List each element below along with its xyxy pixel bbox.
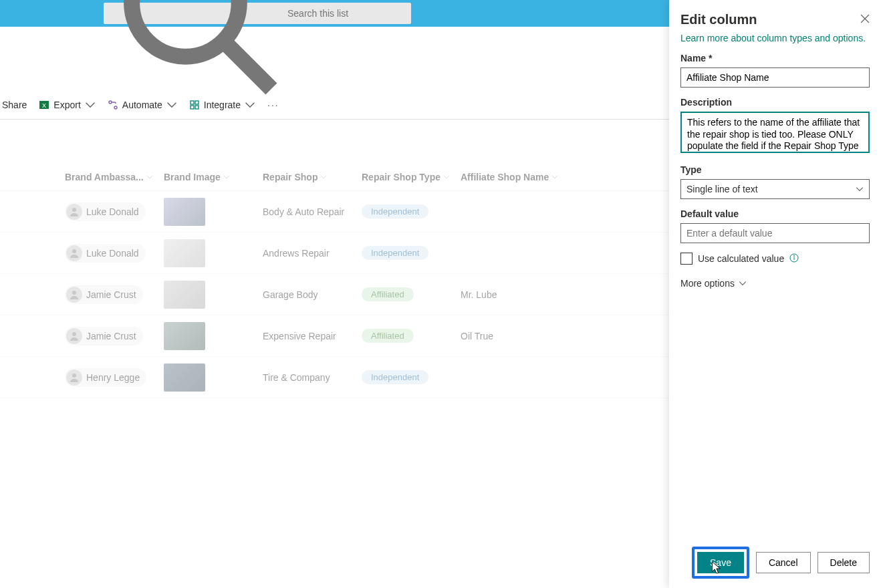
excel-icon: X: [39, 100, 49, 110]
person-pill[interactable]: Luke Donald: [65, 202, 146, 221]
more-button[interactable]: ···: [267, 100, 279, 110]
flow-icon: [108, 100, 118, 110]
person-pill[interactable]: Jamie Crust: [65, 285, 143, 304]
repair-shop-cell: Tire & Company: [263, 372, 362, 383]
brand-image-thumb[interactable]: [164, 363, 205, 392]
search-box[interactable]: [104, 3, 411, 24]
type-select[interactable]: Single line of text: [680, 179, 870, 199]
name-label: Name *: [680, 53, 870, 63]
close-button[interactable]: [860, 14, 870, 25]
chevron-down-icon: [223, 174, 230, 180]
default-value-label: Default value: [680, 208, 870, 219]
shop-type-pill: Affiliated: [362, 287, 414, 301]
avatar: [66, 287, 82, 303]
svg-point-11: [72, 249, 76, 253]
shop-type-pill: Independent: [362, 370, 428, 384]
shop-type-pill: Independent: [362, 204, 428, 218]
affiliate-name-cell: Oil True: [461, 331, 621, 341]
description-label: Description: [680, 97, 870, 108]
col-repair-shop-type[interactable]: Repair Shop Type: [362, 172, 461, 182]
repair-shop-cell: Body & Auto Repair: [263, 206, 362, 217]
use-calculated-checkbox[interactable]: [680, 253, 693, 265]
edit-column-panel: Edit column Learn more about column type…: [669, 0, 881, 588]
save-button[interactable]: Save: [697, 552, 744, 573]
person-name: Jamie Crust: [86, 331, 136, 341]
svg-rect-9: [195, 106, 199, 109]
col-brand-ambassador[interactable]: Brand Ambassa...: [65, 172, 164, 182]
chevron-down-icon: [146, 174, 153, 180]
avatar: [66, 204, 82, 220]
integrate-button[interactable]: Integrate: [189, 100, 255, 110]
shop-type-pill: Independent: [362, 246, 428, 260]
learn-link[interactable]: Learn more about column types and option…: [680, 33, 870, 43]
type-label: Type: [680, 164, 870, 175]
share-button[interactable]: Share: [2, 100, 27, 110]
svg-point-4: [109, 101, 112, 104]
affiliate-name-cell: Mr. Lube: [461, 289, 621, 300]
person-name: Luke Donald: [86, 206, 139, 217]
svg-point-13: [72, 332, 76, 336]
use-calculated-label: Use calculated value: [698, 253, 784, 264]
shop-type-pill: Affiliated: [362, 329, 414, 343]
person-name: Luke Donald: [86, 248, 139, 259]
svg-rect-6: [191, 101, 194, 104]
chevron-down-icon: [443, 174, 450, 180]
svg-text:X: X: [42, 102, 46, 109]
svg-point-5: [114, 106, 117, 109]
chevron-down-icon: [245, 100, 255, 110]
person-pill[interactable]: Jamie Crust: [65, 327, 143, 345]
name-input[interactable]: [680, 67, 870, 88]
chevron-down-icon: [856, 185, 864, 193]
brand-image-thumb[interactable]: [164, 281, 205, 309]
export-button[interactable]: X Export: [39, 100, 95, 110]
avatar: [66, 370, 82, 386]
person-name: Jamie Crust: [86, 289, 136, 300]
search-icon: [110, 0, 282, 100]
svg-point-19: [794, 255, 795, 256]
more-options-toggle[interactable]: More options: [680, 278, 870, 289]
repair-shop-cell: Garage Body: [263, 289, 362, 300]
automate-button[interactable]: Automate: [108, 100, 177, 110]
svg-line-1: [229, 45, 271, 88]
info-icon[interactable]: [789, 253, 799, 265]
svg-point-10: [72, 208, 76, 212]
brand-image-thumb[interactable]: [164, 239, 205, 267]
brand-image-thumb[interactable]: [164, 198, 205, 226]
chevron-down-icon: [739, 279, 747, 287]
svg-rect-7: [195, 101, 199, 104]
repair-shop-cell: Expensive Repair: [263, 331, 362, 341]
svg-point-0: [132, 0, 239, 56]
col-affiliate-shop-name[interactable]: Affiliate Shop Name: [461, 172, 621, 182]
avatar: [66, 245, 82, 261]
chevron-down-icon: [166, 100, 177, 110]
avatar: [66, 328, 82, 344]
panel-title: Edit column: [680, 12, 757, 27]
chevron-down-icon: [320, 174, 327, 180]
panel-footer: Save Cancel Delete: [680, 547, 870, 579]
svg-rect-8: [191, 106, 194, 109]
brand-image-thumb[interactable]: [164, 322, 205, 350]
col-brand-image[interactable]: Brand Image: [164, 172, 263, 182]
delete-button[interactable]: Delete: [817, 552, 870, 573]
chevron-down-icon: [85, 100, 96, 110]
search-input[interactable]: [287, 8, 404, 19]
save-highlight: Save: [692, 547, 749, 579]
close-icon: [860, 14, 870, 23]
description-textarea[interactable]: This refers to the name of the affiliate…: [680, 112, 870, 153]
col-repair-shop[interactable]: Repair Shop: [263, 172, 362, 182]
default-value-input[interactable]: [680, 223, 870, 243]
grid-icon: [189, 100, 200, 110]
svg-point-12: [72, 291, 76, 295]
repair-shop-cell: Andrews Repair: [263, 248, 362, 259]
person-name: Henry Legge: [86, 372, 140, 383]
person-pill[interactable]: Luke Donald: [65, 244, 146, 263]
cancel-button[interactable]: Cancel: [756, 552, 811, 573]
person-pill[interactable]: Henry Legge: [65, 368, 146, 387]
svg-point-14: [72, 374, 76, 378]
chevron-down-icon: [551, 174, 558, 180]
